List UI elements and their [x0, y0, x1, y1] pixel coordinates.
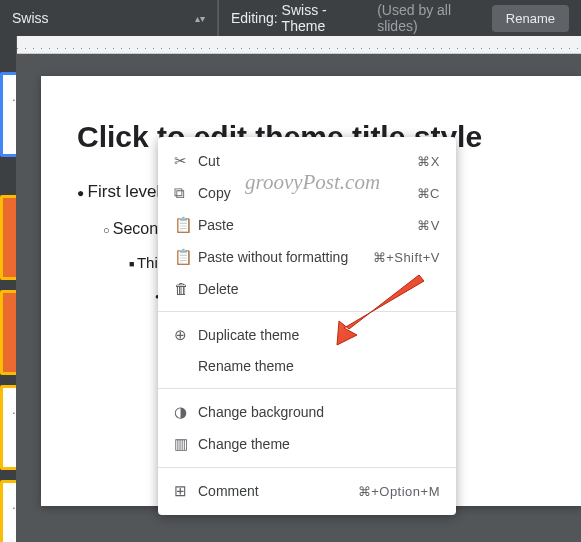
menu-label: Cut — [198, 153, 417, 169]
thumb-bullets: First level Second level Third level — [3, 92, 17, 124]
thumb-bullets: First level Second level Third level — [3, 405, 17, 437]
menu-label: Change theme — [198, 436, 440, 452]
thumb-title: Click to edit theme title style — [3, 293, 17, 326]
layouts-section-label: LAYOUTS — [0, 167, 17, 191]
menu-label: Delete — [198, 281, 440, 297]
editing-title: Swiss - Theme — [282, 2, 372, 34]
thumb-title: Click to edit theme title style — [3, 75, 17, 92]
theme-dropdown-label: Swiss — [12, 10, 49, 26]
editing-prefix: Editing: — [231, 10, 278, 26]
delete-icon: 🗑 — [174, 280, 198, 297]
menu-separator — [158, 311, 456, 312]
theme-thumbnail[interactable]: Click to edit theme title style First le… — [0, 72, 17, 157]
menu-shortcut: ⌘+Option+M — [358, 484, 440, 499]
menu-separator — [158, 467, 456, 468]
thumb-title: Click to edit theme title style — [3, 198, 17, 231]
menu-shortcut: ⌘+Shift+V — [373, 250, 440, 265]
layout-thumbnail-2[interactable]: Click to edit theme title style — [0, 290, 17, 375]
used-by-label: (Used by all slides) — [377, 2, 492, 34]
menu-paste-without-formatting[interactable]: 📋 Paste without formatting ⌘+Shift+V — [158, 241, 456, 273]
horizontal-ruler[interactable] — [17, 36, 581, 54]
menu-shortcut: ⌘X — [417, 154, 440, 169]
theme-icon: ▥ — [174, 435, 198, 453]
menu-delete[interactable]: 🗑 Delete — [158, 273, 456, 304]
menu-paste[interactable]: 📋 Paste ⌘V — [158, 209, 456, 241]
layout-thumbnail-1[interactable]: Click to edit theme title style Click to… — [0, 195, 17, 280]
chevron-updown-icon: ▴▾ — [195, 13, 205, 24]
menu-change-theme[interactable]: ▥ Change theme — [158, 428, 456, 460]
duplicate-icon: ⊕ — [174, 326, 198, 344]
menu-label: Comment — [198, 483, 358, 499]
thumb-bullets: First level Second level — [3, 500, 17, 524]
menu-label: Duplicate theme — [198, 327, 440, 343]
menu-shortcut: ⌘V — [417, 218, 440, 233]
menu-shortcut: ⌘C — [417, 186, 440, 201]
thumb-title: Click to edit theme title style — [3, 388, 17, 405]
menu-separator — [158, 388, 456, 389]
paste-plain-icon: 📋 — [174, 248, 198, 266]
menu-label: Paste — [198, 217, 417, 233]
menu-label: Copy — [198, 185, 417, 201]
menu-label: Change background — [198, 404, 440, 420]
menu-cut[interactable]: ✂ Cut ⌘X — [158, 145, 456, 177]
menu-label: Paste without formatting — [198, 249, 373, 265]
layout-thumbnail-4[interactable]: Click to edit theme title style First le… — [0, 480, 17, 542]
theme-dropdown[interactable]: Swiss ▴▾ — [0, 0, 218, 36]
context-menu: ✂ Cut ⌘X ⧉ Copy ⌘C 📋 Paste ⌘V 📋 Paste wi… — [158, 137, 456, 515]
theme-sidebar: THEME Click to edit theme title style Fi… — [0, 36, 17, 542]
paste-icon: 📋 — [174, 216, 198, 234]
theme-section-label: THEME — [0, 44, 17, 68]
menu-change-background[interactable]: ◑ Change background — [158, 396, 456, 428]
menu-comment[interactable]: ⊞ Comment ⌘+Option+M — [158, 475, 456, 507]
rename-button[interactable]: Rename — [492, 5, 569, 32]
layout-thumbnail-3[interactable]: Click to edit theme title style First le… — [0, 385, 17, 470]
cut-icon: ✂ — [174, 152, 198, 170]
menu-label: Rename theme — [198, 358, 440, 374]
comment-icon: ⊞ — [174, 482, 198, 500]
menu-copy[interactable]: ⧉ Copy ⌘C — [158, 177, 456, 209]
editing-header: Editing: Swiss - Theme (Used by all slid… — [218, 0, 581, 36]
thumb-subtitle: Click to edit theme subtitle style — [3, 261, 17, 267]
background-icon: ◑ — [174, 403, 198, 421]
menu-duplicate-theme[interactable]: ⊕ Duplicate theme — [158, 319, 456, 351]
copy-icon: ⧉ — [174, 184, 198, 202]
thumb-title: Click to edit theme title style — [3, 483, 17, 500]
menu-rename-theme[interactable]: Rename theme — [158, 351, 456, 381]
